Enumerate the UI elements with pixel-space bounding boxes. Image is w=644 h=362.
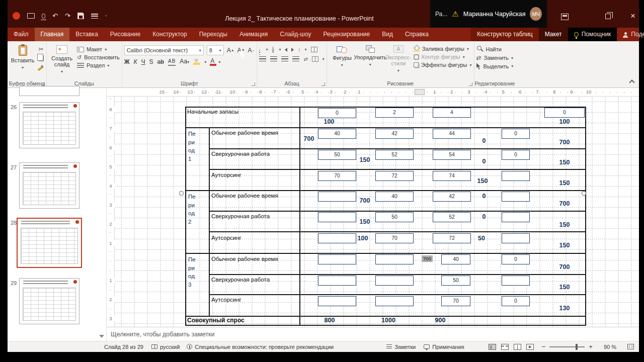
table-total-value[interactable]: 700	[298, 135, 320, 142]
tab-draw[interactable]: Рисование	[104, 28, 146, 41]
table-value-box[interactable]: 40	[318, 129, 356, 139]
tab-table-layout[interactable]: Макет	[539, 28, 568, 41]
slide-indicator[interactable]: Слайд 28 из 29	[104, 344, 143, 350]
slide-thumbnail-27[interactable]	[19, 162, 79, 209]
table-value-box[interactable]: 40	[375, 192, 414, 202]
format-painter-icon[interactable]	[38, 64, 44, 71]
table-value-box[interactable]	[502, 212, 530, 222]
zoom-in-button[interactable]: +	[589, 344, 593, 350]
table-resize-handle[interactable]	[179, 191, 184, 196]
copy-icon[interactable]	[39, 55, 44, 61]
tab-review[interactable]: Рецензирование	[317, 28, 376, 41]
table-value-box[interactable]	[318, 254, 356, 264]
table-value-box[interactable]: 52	[375, 150, 414, 160]
bold-button[interactable]: Ж	[124, 58, 130, 65]
table-row-label[interactable]: Сверхурочная работа	[211, 213, 270, 219]
tab-file[interactable]: Файл	[8, 28, 35, 41]
table-total-value[interactable]: 0	[474, 193, 494, 200]
new-slide-button[interactable]: ✳ Создать слайд ▾	[49, 43, 75, 79]
table-total-value[interactable]: 100	[351, 235, 374, 242]
table-value-box[interactable]: 44	[433, 129, 471, 139]
table-row-label[interactable]: Аутсорсинг	[211, 297, 242, 303]
table-value-box[interactable]: 0	[544, 108, 585, 118]
underline-button[interactable]: Ч	[141, 58, 145, 65]
slide-thumbnail-26[interactable]	[19, 102, 79, 148]
table-total-value[interactable]: 150	[544, 159, 585, 166]
share-button[interactable]: Поделиться	[617, 28, 644, 41]
slide-thumbnail-29[interactable]	[19, 278, 79, 324]
table-total-value[interactable]: 700	[544, 200, 585, 207]
slide-thumbnail-28-selected[interactable]	[17, 218, 82, 268]
table-total-value[interactable]: 150	[354, 156, 375, 163]
line-spacing-icon[interactable]: ↕	[298, 47, 300, 52]
table-value-box[interactable]: 0	[502, 129, 530, 139]
section-button[interactable]: Раздел ▾	[77, 62, 120, 68]
font-name-combobox[interactable]: Calibri (Основной текст) ▾	[124, 45, 204, 55]
table-value-box[interactable]	[502, 233, 530, 243]
fit-to-window-icon[interactable]	[627, 344, 634, 349]
collapse-ribbon-icon[interactable]	[629, 79, 634, 85]
user-name[interactable]: Марианна Чаруйская	[463, 11, 526, 18]
tab-table-design[interactable]: Конструктор таблиц	[471, 28, 539, 41]
table-total-value[interactable]: 0	[474, 213, 494, 220]
shape-fill-button[interactable]: Заливка фигуры ▾	[414, 46, 472, 52]
table-row-label[interactable]: Аутсорсинг	[211, 172, 242, 178]
restore-window-icon[interactable]	[605, 14, 611, 19]
table-value-box[interactable]	[502, 192, 530, 202]
arrange-button[interactable]: Упорядочить ▾	[357, 43, 383, 79]
table-value-box[interactable]: 50	[318, 150, 356, 160]
decrease-indent-icon[interactable]	[285, 48, 287, 52]
table-row-label[interactable]: Обычное рабочее время	[211, 256, 278, 262]
table-value-box[interactable]: 0	[502, 254, 530, 264]
justify-icon[interactable]	[292, 56, 299, 62]
undo-icon[interactable]: ↶	[52, 12, 58, 20]
layout-button[interactable]: Макет ▾	[77, 46, 120, 52]
ruler-indent-marker[interactable]	[415, 89, 425, 95]
table-total-value[interactable]: 0	[474, 137, 494, 144]
table-total-value[interactable]: 130	[544, 305, 585, 312]
paste-button[interactable]: Вставить ▾	[10, 43, 36, 79]
redo-icon[interactable]: ↷	[65, 12, 70, 20]
columns-icon[interactable]	[311, 47, 317, 52]
increase-indent-icon[interactable]	[291, 48, 294, 52]
table-total-value[interactable]: 0	[474, 158, 494, 165]
italic-button[interactable]: К	[134, 58, 137, 65]
table-value-box[interactable]: 50	[441, 276, 470, 286]
table-value-box[interactable]: 0	[502, 296, 530, 306]
table-value-box[interactable]: 0	[502, 150, 530, 160]
align-center-icon[interactable]	[270, 56, 277, 62]
avatar[interactable]: МЧ	[530, 7, 542, 21]
table-value-box[interactable]	[502, 276, 530, 286]
align-left-icon[interactable]	[259, 56, 266, 62]
accessibility-checker[interactable]: Специальные возможности: проверьте реком…	[187, 344, 334, 350]
table-total-value[interactable]: 700	[354, 197, 375, 204]
slide-thumbnail-partial[interactable]	[19, 86, 79, 96]
table-value-box[interactable]: 70	[441, 296, 470, 306]
table-demand-value[interactable]: 800	[309, 317, 350, 324]
comments-toggle[interactable]: Примечания	[424, 344, 464, 350]
table-value-box[interactable]: 40	[441, 254, 470, 264]
dialog-launcher-icon[interactable]	[252, 82, 255, 86]
shapes-button[interactable]: Фигуры ▾	[329, 43, 355, 79]
table-total-value[interactable]: 700	[544, 263, 585, 270]
table-period-label[interactable]: Период2	[188, 193, 196, 226]
strikethrough-button[interactable]: ab	[157, 58, 164, 65]
table-row-label[interactable]: Аутсорсинг	[211, 235, 242, 241]
table-value-box[interactable]	[318, 212, 356, 222]
shape-outline-button[interactable]: Контур фигуры ▾	[414, 54, 472, 60]
table-value-box[interactable]	[318, 192, 356, 202]
table-value-box[interactable]	[318, 276, 356, 286]
notes-toggle[interactable]: Заметки	[386, 344, 416, 350]
character-spacing-button[interactable]: АВ	[168, 58, 176, 66]
quick-styles-button[interactable]: А Экспресс-стили ▾	[385, 43, 412, 79]
table-demand-value[interactable]: 1000	[368, 317, 409, 324]
zoom-out-button[interactable]: −	[542, 344, 546, 350]
table-row-label[interactable]: Сверхурочная работа	[211, 277, 270, 283]
table-value-box[interactable]: 70	[318, 171, 356, 181]
table-period-label[interactable]: Период1	[188, 130, 196, 163]
increase-font-size-button[interactable]: А▲	[227, 47, 234, 54]
table-total-value[interactable]: 150	[544, 221, 585, 228]
dialog-launcher-icon[interactable]	[469, 82, 472, 86]
table-value-box[interactable]	[318, 296, 356, 306]
scroll-down-icon[interactable]	[99, 335, 104, 338]
